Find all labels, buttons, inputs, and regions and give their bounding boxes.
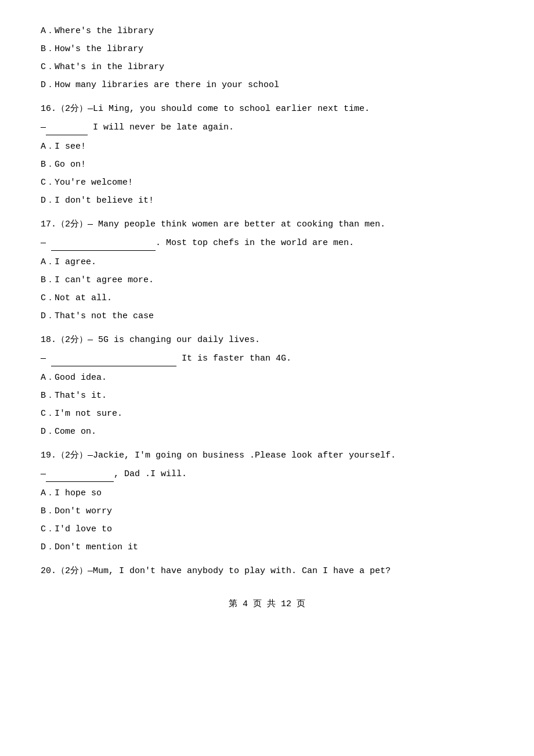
option-d-q17: D．That's not the case bbox=[41, 308, 493, 324]
option-c-q18: C．I'm not sure. bbox=[41, 406, 493, 422]
option-c-q19: C．I'd love to bbox=[41, 521, 493, 537]
option-b-q15: B．How's the library bbox=[41, 41, 493, 57]
blank-line-q17: — . Most top chefs in the world are men. bbox=[41, 235, 493, 251]
option-c-q16: C．You're welcome! bbox=[41, 175, 493, 190]
blank-line-q19: — , Dad .I will. bbox=[41, 466, 493, 482]
option-b-q17: B．I can't agree more. bbox=[41, 272, 493, 288]
option-b-q16: B．Go on! bbox=[41, 157, 493, 172]
option-d-q18: D．Come on. bbox=[41, 424, 493, 440]
question-17: 17.（2分）— Many people think women are bet… bbox=[41, 217, 493, 232]
question-19: 19.（2分）—Jackie, I'm going on business .P… bbox=[41, 448, 493, 463]
answer-blank-q18 bbox=[51, 350, 176, 366]
option-a-q15: A．Where's the library bbox=[41, 23, 493, 39]
option-a-q16: A．I see! bbox=[41, 139, 493, 154]
question-18: 18.（2分）— 5G is changing our daily lives. bbox=[41, 332, 493, 348]
question-16: 16.（2分）—Li Ming, you should come to scho… bbox=[41, 101, 493, 117]
option-b-q19: B．Don't worry bbox=[41, 503, 493, 519]
page-footer: 第 4 页 共 12 页 bbox=[41, 596, 493, 612]
option-c-q17: C．Not at all. bbox=[41, 290, 493, 306]
answer-blank-q17 bbox=[51, 235, 156, 251]
answer-blank-q19 bbox=[46, 466, 114, 482]
option-a-q17: A．I agree. bbox=[41, 254, 493, 270]
option-d-q15: D．How many libraries are there in your s… bbox=[41, 77, 493, 93]
option-c-q15: C．What's in the library bbox=[41, 59, 493, 75]
option-d-q16: D．I don't believe it! bbox=[41, 193, 493, 208]
blank-line-q18: — It is faster than 4G. bbox=[41, 350, 493, 366]
option-a-q19: A．I hope so bbox=[41, 485, 493, 501]
question-20: 20.（2分）—Mum, I don't have anybody to pla… bbox=[41, 563, 493, 579]
blank-line-q16: — I will never be late again. bbox=[41, 119, 493, 135]
page-number: 第 4 页 共 12 页 bbox=[229, 599, 305, 609]
answer-blank-q16 bbox=[46, 119, 88, 135]
option-b-q18: B．That's it. bbox=[41, 388, 493, 404]
page-content: A．Where's the library B．How's the librar… bbox=[41, 23, 493, 579]
option-a-q18: A．Good idea. bbox=[41, 370, 493, 386]
option-d-q19: D．Don't mention it bbox=[41, 539, 493, 555]
